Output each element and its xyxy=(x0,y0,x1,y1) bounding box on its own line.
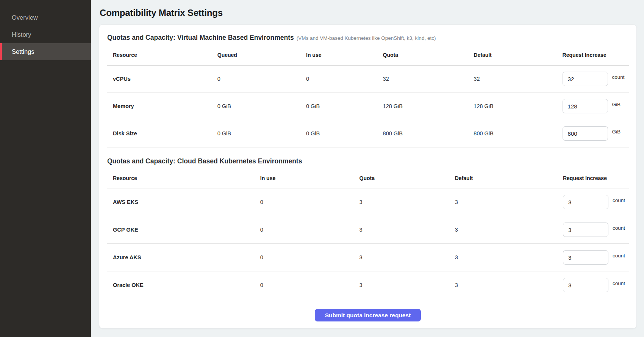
request-increase-cell: GiB xyxy=(562,120,629,147)
default-value: 128 GiB xyxy=(473,92,562,120)
sidebar-item-settings[interactable]: Settings xyxy=(0,43,91,60)
table-row-azure-aks: Azure AKS 0 3 3 count xyxy=(107,244,629,271)
page-title: Compatibility Matrix Settings xyxy=(100,8,637,18)
default-value: 3 xyxy=(455,216,563,244)
column-header-in-use: In use xyxy=(260,168,359,188)
sidebar-item-history[interactable]: History xyxy=(0,26,91,43)
column-header-request-increase: Request Increase xyxy=(562,45,629,65)
cloud-section-title: Quotas and Capacity: Cloud Based Kuberne… xyxy=(107,157,302,165)
submit-quota-increase-button[interactable]: Submit quota increase request xyxy=(315,309,421,321)
sidebar: Overview History Settings xyxy=(0,0,91,337)
default-value: 3 xyxy=(455,244,563,271)
column-header-resource: Resource xyxy=(107,45,217,65)
unit-label: count xyxy=(613,225,625,231)
request-increase-cell: count xyxy=(562,65,629,92)
queued-value: 0 GiB xyxy=(217,120,306,147)
vm-section-subtitle: (VMs and VM-based Kubernetes like OpenSh… xyxy=(297,35,436,41)
cloud-quota-table: Resource In use Quota Default Request In… xyxy=(107,168,629,299)
column-header-quota: Quota xyxy=(359,168,455,188)
unit-label: count xyxy=(613,253,625,259)
unit-label: GiB xyxy=(612,102,621,107)
quota-value: 3 xyxy=(359,216,455,244)
request-increase-cell: count xyxy=(563,244,629,271)
sidebar-item-overview[interactable]: Overview xyxy=(0,9,91,26)
unit-label: count xyxy=(613,281,625,286)
column-header-default: Default xyxy=(455,168,563,188)
request-increase-input[interactable] xyxy=(563,99,608,113)
unit-label: GiB xyxy=(612,129,621,135)
table-row-disk-size: Disk Size 0 GiB 0 GiB 800 GiB 800 GiB Gi… xyxy=(107,120,629,147)
unit-label: count xyxy=(612,74,625,80)
cloud-section-heading: Quotas and Capacity: Cloud Based Kuberne… xyxy=(107,157,629,165)
in-use-value: 0 xyxy=(260,271,359,299)
resource-name: Oracle OKE xyxy=(107,271,260,299)
request-increase-input[interactable] xyxy=(563,250,608,265)
vm-section-heading: Quotas and Capacity: Virtual Machine Bas… xyxy=(107,34,629,42)
in-use-value: 0 xyxy=(306,65,383,92)
request-increase-cell: GiB xyxy=(562,92,629,120)
default-value: 3 xyxy=(455,188,563,216)
table-row-aws-eks: AWS EKS 0 3 3 count xyxy=(107,188,629,216)
in-use-value: 0 GiB xyxy=(306,120,383,147)
quota-value: 3 xyxy=(359,271,455,299)
resource-name: vCPUs xyxy=(107,65,217,92)
default-value: 3 xyxy=(455,271,563,299)
vm-quota-table: Resource Queued In use Quota Default Req… xyxy=(107,45,629,147)
quota-value: 3 xyxy=(359,244,455,271)
in-use-value: 0 xyxy=(260,244,359,271)
request-increase-cell: count xyxy=(563,216,629,244)
table-row-vcpus: vCPUs 0 0 32 32 count xyxy=(107,65,629,92)
table-header-row: Resource Queued In use Quota Default Req… xyxy=(107,45,629,65)
vm-section-title: Quotas and Capacity: Virtual Machine Bas… xyxy=(107,34,294,41)
queued-value: 0 xyxy=(217,65,306,92)
column-header-default: Default xyxy=(473,45,562,65)
sidebar-item-label: Settings xyxy=(12,48,34,55)
column-header-resource: Resource xyxy=(107,168,260,188)
resource-name: Azure AKS xyxy=(107,244,260,271)
main-content: Compatibility Matrix Settings Quotas and… xyxy=(91,0,644,337)
default-value: 32 xyxy=(473,65,562,92)
request-increase-cell: count xyxy=(563,188,629,216)
sidebar-item-label: History xyxy=(12,31,31,38)
resource-name: AWS EKS xyxy=(107,188,260,216)
resource-name: GCP GKE xyxy=(107,216,260,244)
request-increase-input[interactable] xyxy=(563,72,608,86)
request-increase-input[interactable] xyxy=(563,195,608,209)
request-increase-cell: count xyxy=(563,271,629,299)
column-header-request-increase: Request Increase xyxy=(563,168,629,188)
unit-label: count xyxy=(613,197,625,203)
quota-value: 3 xyxy=(359,188,455,216)
column-header-queued: Queued xyxy=(217,45,306,65)
table-row-oracle-oke: Oracle OKE 0 3 3 count xyxy=(107,271,629,299)
in-use-value: 0 xyxy=(260,188,359,216)
quota-value: 32 xyxy=(383,65,474,92)
quotas-card: Quotas and Capacity: Virtual Machine Bas… xyxy=(99,24,637,329)
default-value: 800 GiB xyxy=(473,120,562,147)
resource-name: Disk Size xyxy=(107,120,217,147)
column-header-in-use: In use xyxy=(306,45,383,65)
table-row-memory: Memory 0 GiB 0 GiB 128 GiB 128 GiB GiB xyxy=(107,92,629,120)
quota-value: 800 GiB xyxy=(383,120,474,147)
quota-value: 128 GiB xyxy=(383,92,474,120)
resource-name: Memory xyxy=(107,92,217,120)
queued-value: 0 GiB xyxy=(217,92,306,120)
column-header-quota: Quota xyxy=(383,45,474,65)
table-row-gcp-gke: GCP GKE 0 3 3 count xyxy=(107,216,629,244)
sidebar-item-label: Overview xyxy=(12,14,38,21)
in-use-value: 0 xyxy=(260,216,359,244)
table-header-row: Resource In use Quota Default Request In… xyxy=(107,168,629,188)
request-increase-input[interactable] xyxy=(563,126,608,141)
in-use-value: 0 GiB xyxy=(306,92,383,120)
request-increase-input[interactable] xyxy=(563,278,608,292)
request-increase-input[interactable] xyxy=(563,223,608,237)
button-row: Submit quota increase request xyxy=(107,299,629,324)
